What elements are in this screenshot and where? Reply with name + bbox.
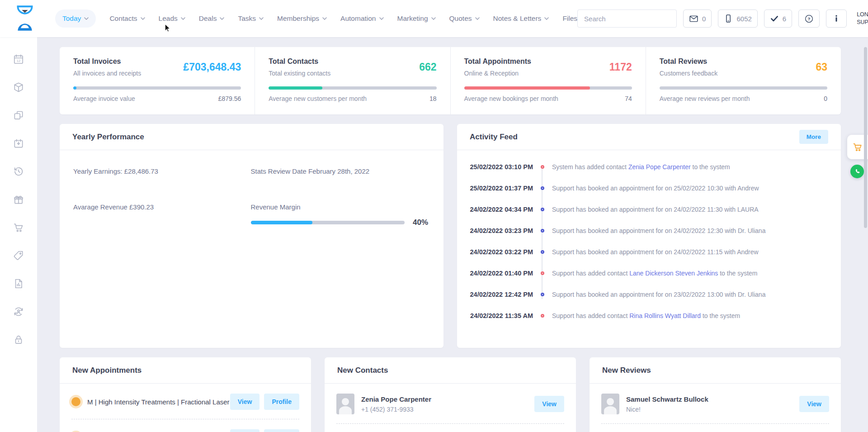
phone-badge[interactable]: 6052 xyxy=(718,9,757,28)
nav-item[interactable]: Quotes xyxy=(449,14,480,23)
stat-value: 1172 xyxy=(609,61,632,77)
stat-title: Total Reviews xyxy=(660,57,717,66)
activity-text: Support has booked an appointment for on… xyxy=(552,291,765,298)
chevron-down-icon xyxy=(379,17,384,20)
more-button[interactable]: More xyxy=(799,130,828,144)
stat-footer-label: Average invoice value xyxy=(73,95,135,102)
activity-entry: 24/02/2022 12:42 PM Support has booked a… xyxy=(466,284,832,305)
cart-icon[interactable] xyxy=(13,222,24,233)
stats-review-date: Stats Review Date February 28th, 2022 xyxy=(251,167,429,175)
nav-item[interactable]: Contacts xyxy=(109,14,145,23)
nav-item[interactable]: Memberships xyxy=(277,14,327,23)
nav-item[interactable]: Deals xyxy=(199,14,225,23)
profile-button[interactable]: Profile xyxy=(264,394,299,410)
activity-text: Support has booked an appointment for on… xyxy=(552,227,765,234)
check-icon xyxy=(770,14,779,23)
activity-dot-icon xyxy=(541,186,544,190)
view-button[interactable]: View xyxy=(799,396,829,412)
smartphone-icon xyxy=(724,14,733,23)
stat-value: 662 xyxy=(419,61,436,77)
view-button[interactable]: View xyxy=(534,396,564,412)
stat-progress-fill xyxy=(464,86,590,90)
nav-item-label: Leads xyxy=(159,14,178,23)
main-content: Total Invoices All invoices and receipts… xyxy=(37,37,868,432)
contact-link[interactable]: Rina Rollins Wyatt Dillard xyxy=(629,312,701,319)
nav-item-label: Automation xyxy=(340,14,376,23)
nav-item[interactable]: Today xyxy=(55,9,96,28)
appointment-row: M | High Intensity Treatments | Fraction… xyxy=(60,384,311,419)
appointment-label: M | High Intensity Treatments | Fraction… xyxy=(87,398,230,406)
tasks-badge[interactable]: 6 xyxy=(764,9,792,28)
revenue-margin-pct: 40% xyxy=(413,218,428,227)
calendar-icon[interactable]: 12 xyxy=(13,53,24,65)
activity-time: 24/02/2022 11:35 AM xyxy=(466,312,533,319)
report-icon[interactable] xyxy=(13,278,24,290)
main-nav: Today Contacts Leads Deals Tasks xyxy=(55,9,577,28)
history-icon[interactable] xyxy=(13,166,24,177)
stat-progress-fill xyxy=(269,86,322,90)
profile-button[interactable]: Profile xyxy=(264,429,299,432)
vertical-scrollbar[interactable] xyxy=(864,47,867,228)
client-sync-icon[interactable] xyxy=(13,306,24,318)
activity-dot-icon xyxy=(541,293,544,296)
info-badge[interactable] xyxy=(826,9,847,28)
mail-count: 0 xyxy=(702,15,706,23)
nav-item[interactable]: Leads xyxy=(159,14,185,23)
activity-entry: 24/02/2022 03:23 PM Support has booked a… xyxy=(466,220,832,241)
activity-feed-panel: Activity Feed More 25/02/2022 03:10 PM S… xyxy=(457,124,841,348)
stat-footer-value: 0 xyxy=(824,95,827,102)
activity-dot-icon xyxy=(541,229,544,233)
nav-item-label: Memberships xyxy=(277,14,319,23)
nav-item-label: Quotes xyxy=(449,14,472,23)
activity-time: 24/02/2022 01:40 PM xyxy=(466,270,533,277)
contact-link[interactable]: Lane Dickerson Steven Jenkins xyxy=(629,270,718,277)
panel-title: New Appointments xyxy=(72,366,142,375)
gift-icon[interactable] xyxy=(13,194,24,205)
nav-item[interactable]: Tasks xyxy=(238,14,264,23)
stat-title: Total Contacts xyxy=(269,57,330,66)
search-input[interactable] xyxy=(578,15,677,23)
contact-name: Zenia Pope Carpenter xyxy=(361,395,534,403)
nav-item-label: Today xyxy=(62,14,81,23)
review-comment: Nice! xyxy=(626,406,799,413)
package-icon[interactable] xyxy=(13,81,24,93)
activity-entry: 24/02/2022 01:40 PM Support has added co… xyxy=(466,262,832,284)
location-label: LONDON SUPPORT xyxy=(857,11,868,26)
nav-item-label: Contacts xyxy=(109,14,137,23)
review-row: Alex Stefan View xyxy=(590,424,841,432)
mail-badge[interactable]: 0 xyxy=(683,9,712,28)
stat-progress-fill xyxy=(73,86,76,90)
review-row: Samuel Schwartz Bullock Nice! View xyxy=(590,384,841,423)
cart-icon xyxy=(852,142,863,152)
whatsapp-button[interactable] xyxy=(850,165,864,178)
activity-time: 25/02/2022 01:37 PM xyxy=(466,185,533,192)
activity-text: Support has booked an appointment for on… xyxy=(552,185,759,192)
nav-item[interactable]: Marketing xyxy=(397,14,436,23)
nav-item[interactable]: Notes & Letters xyxy=(493,14,549,23)
view-button[interactable]: View xyxy=(230,429,260,432)
activity-time: 24/02/2022 03:22 PM xyxy=(466,248,533,256)
help-badge[interactable]: ? xyxy=(798,9,820,28)
calendar-import-icon[interactable] xyxy=(13,138,24,149)
stat-footer-label: Average new customers per month xyxy=(269,95,367,102)
tag-icon[interactable] xyxy=(13,250,24,261)
view-button[interactable]: View xyxy=(230,394,260,410)
stat-footer-label: Average new bookings per month xyxy=(464,95,558,102)
activity-entry: 24/02/2022 04:34 PM Support has booked a… xyxy=(466,199,832,220)
duplicate-icon[interactable] xyxy=(13,109,24,121)
panel-title: Yearly Performance xyxy=(72,133,144,142)
lock-icon[interactable] xyxy=(13,334,24,346)
app-logo-icon[interactable] xyxy=(14,5,35,32)
top-bar: Today Contacts Leads Deals Tasks xyxy=(0,0,868,37)
nav-item[interactable]: Automation xyxy=(340,14,383,23)
yearly-performance-panel: Yearly Performance Yearly Earnings: £28,… xyxy=(60,124,443,348)
chevron-down-icon xyxy=(431,17,436,20)
nav-item[interactable]: Files xyxy=(562,14,577,23)
task-count: 6 xyxy=(783,15,786,23)
panel-title: New Contacts xyxy=(337,366,388,375)
activity-entry: 25/02/2022 03:10 PM System has added con… xyxy=(466,156,832,177)
activity-text: Support has booked an appointment for on… xyxy=(552,206,759,213)
stats-row: Total Invoices All invoices and receipts… xyxy=(60,47,841,114)
stat-footer-value: £879.56 xyxy=(218,95,241,102)
contact-link[interactable]: Zenia Pope Carpenter xyxy=(628,163,691,171)
